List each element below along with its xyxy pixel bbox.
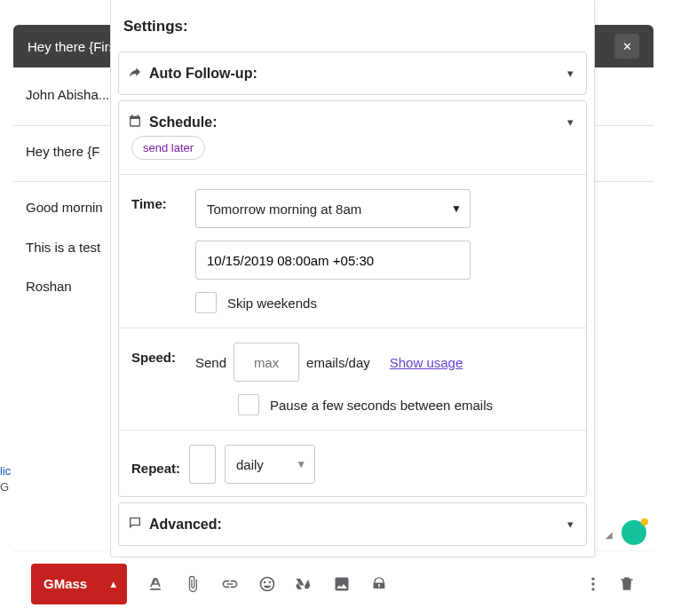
pause-label: Pause a few seconds between emails — [270, 398, 493, 413]
time-value-input[interactable] — [195, 241, 471, 280]
reply-icon — [128, 65, 142, 82]
show-usage-link[interactable]: Show usage — [390, 355, 463, 370]
repeat-unit-select[interactable]: daily ▼ — [225, 445, 315, 484]
section-title-schedule: Schedule: — [149, 115, 217, 130]
settings-panel: Settings: Auto Follow-up: ▾ Schedule: ▾ — [110, 0, 595, 557]
grammarly-icon[interactable] — [622, 520, 646, 545]
section-header-auto-followup[interactable]: Auto Follow-up: ▾ — [119, 52, 586, 94]
section-advanced: Advanced: ▾ — [118, 502, 587, 546]
time-label: Time: — [131, 189, 179, 211]
image-icon[interactable] — [333, 575, 351, 593]
time-select-value: Tomorrow morning at 8am — [195, 189, 471, 228]
speed-label: Speed: — [131, 343, 179, 365]
settings-title: Settings: — [111, 0, 594, 51]
skip-weekends-label: Skip weekends — [227, 296, 317, 311]
speed-suffix: emails/day — [306, 355, 370, 370]
format-icon[interactable] — [146, 575, 164, 593]
emoji-icon[interactable] — [258, 575, 276, 593]
speed-input[interactable] — [234, 343, 299, 382]
chevron-down-icon: ▾ — [567, 115, 574, 129]
link-icon[interactable] — [221, 575, 239, 593]
svg-point-2 — [591, 588, 594, 590]
section-header-advanced[interactable]: Advanced: ▾ — [119, 503, 586, 545]
repeat-count-input[interactable] — [189, 445, 216, 484]
gmass-split-caret[interactable]: ▲ — [99, 564, 127, 604]
more-icon[interactable] — [584, 575, 602, 593]
close-icon[interactable]: ✕ — [614, 34, 639, 59]
comment-icon — [128, 516, 142, 533]
delete-icon[interactable] — [618, 575, 636, 593]
section-auto-followup: Auto Follow-up: ▾ — [118, 51, 587, 95]
repeat-label: Repeat: — [131, 454, 180, 476]
svg-point-1 — [591, 582, 594, 585]
chevron-down-icon: ▾ — [567, 67, 574, 80]
attach-icon[interactable] — [184, 575, 202, 593]
time-select[interactable]: Tomorrow morning at 8am ▼ — [195, 189, 471, 228]
pause-checkbox[interactable] — [238, 394, 259, 415]
svg-point-0 — [591, 577, 594, 580]
drive-icon[interactable] — [296, 575, 313, 593]
chevron-down-icon: ▾ — [567, 517, 574, 531]
section-header-schedule[interactable]: Schedule: ▾ — [119, 101, 586, 136]
gmass-button-label: GMass — [31, 576, 99, 591]
gmass-button[interactable]: GMass ▲ — [31, 564, 127, 604]
section-title-auto-followup: Auto Follow-up: — [149, 66, 257, 82]
calendar-icon — [128, 114, 142, 130]
section-schedule: Schedule: ▾ send later Time: Tomorrow mo… — [118, 100, 587, 497]
speed-send-label: Send — [195, 355, 226, 370]
confidential-icon[interactable] — [370, 575, 388, 593]
time-input[interactable] — [195, 241, 471, 280]
skip-weekends-checkbox[interactable] — [195, 292, 217, 313]
resize-handle-icon: ◢ — [606, 530, 613, 540]
section-title-advanced: Advanced: — [149, 517, 222, 533]
send-later-pill[interactable]: send later — [131, 136, 205, 160]
repeat-unit-value: daily — [225, 445, 315, 484]
compose-toolbar: GMass ▲ — [13, 550, 653, 616]
